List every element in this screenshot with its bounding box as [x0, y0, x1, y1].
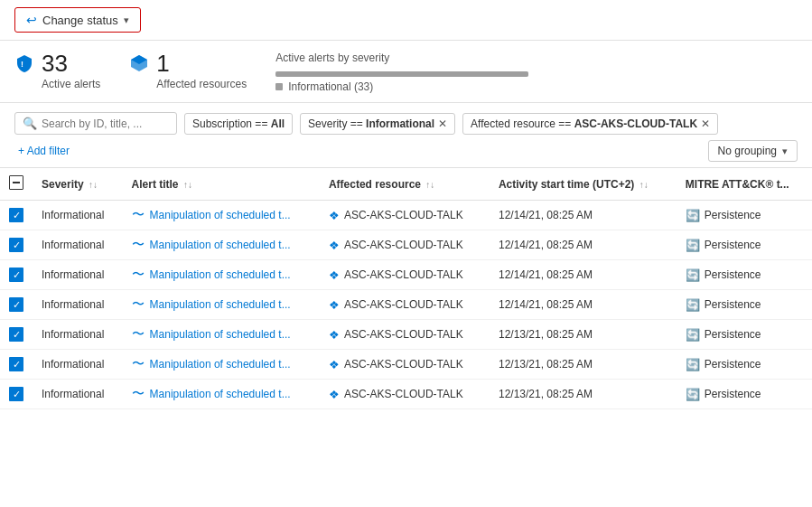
severity-badge: Informational — [42, 388, 104, 400]
table-row[interactable]: ✓ Informational 〜 Manipulation of schedu… — [0, 380, 812, 409]
row-checkbox-3[interactable]: ✓ — [9, 297, 23, 312]
row-checkbox-0[interactable]: ✓ — [9, 208, 23, 222]
table-row[interactable]: ✓ Informational 〜 Manipulation of schedu… — [0, 290, 812, 320]
change-status-button[interactable]: ↩ Change status ▾ — [14, 7, 141, 33]
alert-title-text[interactable]: Manipulation of scheduled t... — [150, 388, 291, 400]
alert-title-text[interactable]: Manipulation of scheduled t... — [150, 328, 291, 341]
severity-badge: Informational — [42, 239, 104, 251]
sort-icon-resource[interactable]: ↑↓ — [425, 180, 434, 190]
table-row[interactable]: ✓ Informational 〜 Manipulation of schedu… — [0, 350, 812, 380]
top-bar: ↩ Change status ▾ — [0, 0, 812, 41]
active-alerts-stat: ! 33 Active alerts — [14, 52, 100, 90]
row-alert-title[interactable]: 〜 Manipulation of scheduled t... — [123, 350, 320, 380]
table-header-row: Severity ↑↓ Alert title ↑↓ Affected reso… — [0, 168, 812, 201]
row-alert-title[interactable]: 〜 Manipulation of scheduled t... — [123, 380, 320, 409]
table-row[interactable]: ✓ Informational 〜 Manipulation of schedu… — [0, 320, 812, 350]
severity-badge: Informational — [42, 358, 104, 371]
row-alert-title[interactable]: 〜 Manipulation of scheduled t... — [123, 201, 320, 230]
active-alerts-count: 33 — [42, 52, 68, 75]
affected-resources-stat: 1 Affected resources — [129, 52, 247, 90]
mitre-icon: 🔄 — [686, 358, 700, 371]
row-resource: ❖ ASC-AKS-CLOUD-TALK — [320, 230, 490, 260]
row-alert-title[interactable]: 〜 Manipulation of scheduled t... — [123, 290, 320, 320]
col-severity-label: Severity — [42, 178, 84, 191]
mitre-tactic: Persistence — [705, 239, 761, 251]
resource-name: ASC-AKS-CLOUD-TALK — [344, 239, 463, 251]
resource-icon: ❖ — [329, 239, 340, 252]
chip-resource-label: Affected resource == ASC-AKS-CLOUD-TALK — [471, 117, 697, 130]
col-affected-resource: Affected resource ↑↓ — [320, 168, 490, 201]
wave-icon: 〜 — [132, 326, 145, 343]
add-filter-button[interactable]: + Add filter — [14, 143, 73, 159]
row-severity: Informational — [33, 260, 123, 290]
time-value: 12/14/21, 08:25 AM — [499, 268, 593, 281]
sort-icon-alert-title[interactable]: ↑↓ — [183, 180, 192, 190]
table-row[interactable]: ✓ Informational 〜 Manipulation of schedu… — [0, 201, 812, 230]
grouping-dropdown[interactable]: No grouping ▾ — [708, 140, 798, 162]
row-alert-title[interactable]: 〜 Manipulation of scheduled t... — [123, 260, 320, 290]
col-time: Activity start time (UTC+2) ↑↓ — [490, 168, 677, 201]
alert-title-text[interactable]: Manipulation of scheduled t... — [150, 209, 291, 221]
row-checkbox-cell: ✓ — [0, 320, 33, 350]
row-resource: ❖ ASC-AKS-CLOUD-TALK — [320, 350, 490, 380]
check-mark: ✓ — [13, 270, 21, 280]
row-checkbox-6[interactable]: ✓ — [9, 387, 23, 401]
mitre-tactic: Persistence — [705, 358, 761, 371]
chart-bar-bg — [275, 71, 528, 77]
mitre-icon: 🔄 — [686, 298, 700, 312]
alert-title-text[interactable]: Manipulation of scheduled t... — [150, 358, 291, 371]
alert-title-text[interactable]: Manipulation of scheduled t... — [150, 298, 291, 311]
affected-resources-count: 1 — [156, 52, 169, 75]
row-alert-title[interactable]: 〜 Manipulation of scheduled t... — [123, 320, 320, 350]
time-value: 12/13/21, 08:25 AM — [499, 388, 593, 400]
shield-icon: ! — [14, 53, 34, 73]
wave-icon: 〜 — [132, 267, 145, 283]
check-mark: ✓ — [13, 360, 21, 370]
chip-severity-close[interactable]: ✕ — [438, 117, 447, 130]
col-mitre: MITRE ATT&CK® t... — [677, 168, 812, 201]
resource-name: ASC-AKS-CLOUD-TALK — [344, 268, 463, 281]
wave-icon: 〜 — [132, 237, 145, 253]
chip-subscription-label: Subscription == All — [192, 117, 285, 130]
row-checkbox-cell: ✓ — [0, 350, 33, 380]
row-mitre: 🔄 Persistence — [677, 230, 812, 260]
chip-resource-close[interactable]: ✕ — [701, 117, 710, 130]
legend-dot-informational — [275, 83, 283, 90]
search-box[interactable]: 🔍 — [14, 112, 177, 135]
check-mark: ✓ — [13, 240, 21, 250]
search-input[interactable] — [42, 117, 168, 130]
row-time: 12/13/21, 08:25 AM — [490, 350, 677, 380]
filter-chip-severity[interactable]: Severity == Informational ✕ — [300, 113, 455, 135]
alert-title-text[interactable]: Manipulation of scheduled t... — [150, 268, 291, 281]
sort-icon-severity[interactable]: ↑↓ — [89, 180, 98, 190]
resource-icon: ❖ — [329, 328, 340, 342]
filter-chip-subscription[interactable]: Subscription == All — [184, 113, 293, 135]
sort-icon-time[interactable]: ↑↓ — [639, 180, 649, 190]
cube-icon — [129, 53, 149, 73]
row-checkbox-2[interactable]: ✓ — [9, 268, 23, 282]
row-checkbox-5[interactable]: ✓ — [9, 357, 23, 371]
row-alert-title[interactable]: 〜 Manipulation of scheduled t... — [123, 230, 320, 260]
table-row[interactable]: ✓ Informational 〜 Manipulation of schedu… — [0, 260, 812, 290]
chevron-down-icon: ▾ — [124, 14, 129, 26]
select-all-col — [0, 168, 33, 201]
table-row[interactable]: ✓ Informational 〜 Manipulation of schedu… — [0, 230, 812, 260]
alert-title-text[interactable]: Manipulation of scheduled t... — [150, 239, 291, 251]
row-resource: ❖ ASC-AKS-CLOUD-TALK — [320, 380, 490, 409]
filter-chip-resource[interactable]: Affected resource == ASC-AKS-CLOUD-TALK … — [462, 113, 718, 135]
filters-row2: + Add filter No grouping ▾ — [14, 140, 798, 162]
row-severity: Informational — [33, 320, 123, 350]
check-mark: ✓ — [13, 300, 21, 310]
row-severity: Informational — [33, 380, 123, 409]
search-icon: 🔍 — [23, 117, 37, 130]
check-mark: ✓ — [13, 330, 21, 340]
row-checkbox-4[interactable]: ✓ — [9, 327, 23, 342]
mitre-tactic: Persistence — [705, 388, 761, 400]
col-alert-title: Alert title ↑↓ — [123, 168, 320, 201]
row-checkbox-1[interactable]: ✓ — [9, 238, 23, 252]
row-mitre: 🔄 Persistence — [677, 350, 812, 380]
col-alert-title-label: Alert title — [132, 178, 179, 191]
alerts-table: Severity ↑↓ Alert title ↑↓ Affected reso… — [0, 168, 812, 409]
select-all-checkbox[interactable] — [9, 175, 23, 190]
alerts-table-container: Severity ↑↓ Alert title ↑↓ Affected reso… — [0, 168, 812, 409]
